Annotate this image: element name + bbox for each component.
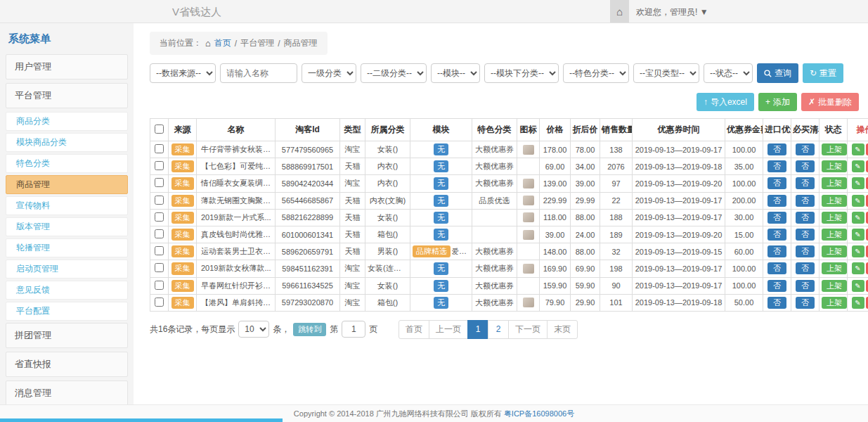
row-checkbox[interactable] (155, 246, 164, 255)
sidebar-item[interactable]: 特色分类 (6, 154, 128, 173)
breadcrumb-home-link[interactable]: 首页 (214, 37, 231, 49)
must-buy-toggle[interactable]: 否 (796, 229, 815, 241)
edit-icon[interactable]: ✎ (852, 297, 864, 309)
edit-icon[interactable]: ✎ (852, 262, 864, 274)
must-buy-toggle[interactable]: 否 (796, 245, 815, 257)
user-menu[interactable]: 欢迎您，管理员! ▼ (636, 6, 708, 18)
import-select-toggle[interactable]: 否 (767, 229, 786, 241)
delete-icon[interactable]: ✗ (866, 280, 868, 292)
row-checkbox[interactable] (155, 178, 164, 187)
sidebar-item[interactable]: 平台配置 (6, 302, 128, 321)
row-checkbox[interactable] (155, 263, 164, 272)
name-search-input[interactable] (220, 63, 297, 83)
edit-icon[interactable]: ✎ (852, 143, 864, 155)
row-checkbox[interactable] (155, 144, 164, 153)
sidebar-item[interactable]: 省直快报 (6, 352, 128, 377)
delete-icon[interactable]: ✗ (866, 229, 868, 241)
filter-select[interactable]: --数据来源-- (150, 63, 216, 83)
row-checkbox[interactable] (155, 281, 164, 290)
row-checkbox[interactable] (155, 212, 164, 222)
row-checkbox[interactable] (155, 196, 164, 205)
jump-button[interactable]: 跳转到 (293, 323, 326, 336)
page-button[interactable]: 下一页 (508, 320, 548, 339)
must-buy-toggle[interactable]: 否 (796, 143, 815, 155)
import-select-toggle[interactable]: 否 (767, 195, 786, 207)
sidebar-item[interactable]: 用户管理 (6, 54, 128, 79)
filter-select[interactable]: --状态-- (704, 63, 753, 83)
page-button[interactable]: 末页 (547, 320, 578, 339)
filter-select[interactable]: --特色分类-- (563, 63, 629, 83)
select-all-checkbox[interactable] (155, 124, 164, 134)
import-select-toggle[interactable]: 否 (767, 177, 786, 189)
status-button[interactable]: 上架 (822, 297, 847, 309)
import-select-toggle[interactable]: 否 (767, 245, 786, 257)
sidebar-item[interactable]: 版本管理 (6, 217, 128, 236)
edit-icon[interactable]: ✎ (852, 195, 864, 207)
sidebar-item[interactable]: 商品分类 (6, 112, 128, 131)
import-excel-button[interactable]: ↑ 导入excel (697, 93, 754, 111)
edit-icon[interactable]: ✎ (852, 280, 864, 292)
sidebar-item[interactable]: 平台管理 (6, 83, 128, 108)
horizontal-scrollbar-thumb[interactable] (0, 418, 283, 422)
status-button[interactable]: 上架 (822, 262, 847, 274)
import-select-toggle[interactable]: 否 (767, 212, 786, 224)
edit-icon[interactable]: ✎ (852, 177, 864, 189)
page-button[interactable]: 上一页 (429, 320, 468, 339)
page-size-select[interactable]: 10 (238, 321, 269, 338)
filter-select[interactable]: --模块-- (431, 63, 480, 83)
import-select-toggle[interactable]: 否 (767, 160, 786, 172)
status-button[interactable]: 上架 (822, 229, 847, 241)
status-button[interactable]: 上架 (822, 195, 847, 207)
sidebar-item[interactable]: 启动页管理 (6, 260, 128, 279)
import-select-toggle[interactable]: 否 (767, 297, 786, 309)
delete-icon[interactable]: ✗ (866, 143, 868, 155)
page-number-input[interactable] (342, 321, 365, 338)
delete-icon[interactable]: ✗ (866, 212, 868, 224)
delete-icon[interactable]: ✗ (866, 177, 868, 189)
filter-select[interactable]: --宝贝类型-- (633, 63, 699, 83)
row-checkbox[interactable] (155, 229, 164, 238)
page-button[interactable]: 2 (488, 320, 509, 339)
must-buy-toggle[interactable]: 否 (796, 262, 815, 274)
edit-icon[interactable]: ✎ (852, 229, 864, 241)
filter-select[interactable]: --二级分类-- (361, 63, 427, 83)
row-checkbox[interactable] (155, 161, 164, 170)
must-buy-toggle[interactable]: 否 (796, 212, 815, 224)
must-buy-toggle[interactable]: 否 (796, 297, 815, 309)
must-buy-toggle[interactable]: 否 (796, 195, 815, 207)
sidebar-item[interactable]: 拼团管理 (6, 323, 128, 348)
page-button[interactable]: 1 (467, 320, 488, 339)
status-button[interactable]: 上架 (822, 177, 847, 189)
filter-select[interactable]: 一级分类 (302, 63, 356, 83)
sidebar-item[interactable]: 宣传物料 (6, 196, 128, 215)
sidebar-item[interactable]: 商品管理 (6, 175, 128, 194)
row-checkbox[interactable] (155, 298, 164, 307)
status-button[interactable]: 上架 (822, 143, 847, 155)
edit-icon[interactable]: ✎ (852, 160, 864, 172)
batch-delete-button[interactable]: ✗ 批量删除 (801, 93, 859, 111)
add-button[interactable]: + 添加 (758, 93, 797, 111)
delete-icon[interactable]: ✗ (866, 160, 868, 172)
delete-icon[interactable]: ✗ (866, 245, 868, 257)
sidebar-item[interactable]: 轮播管理 (6, 238, 128, 257)
icp-link[interactable]: 粤ICP备16098006号 (504, 409, 574, 419)
sidebar-item[interactable]: 意见反馈 (6, 281, 128, 300)
must-buy-toggle[interactable]: 否 (796, 177, 815, 189)
import-select-toggle[interactable]: 否 (767, 262, 786, 274)
sidebar-item[interactable]: 消息管理 (6, 381, 128, 404)
must-buy-toggle[interactable]: 否 (796, 160, 815, 172)
search-button[interactable]: 查询 (757, 63, 798, 83)
reset-button[interactable]: ↻ 重置 (803, 63, 843, 83)
home-icon[interactable]: ⌂ (610, 0, 629, 23)
delete-icon[interactable]: ✗ (866, 262, 868, 274)
import-select-toggle[interactable]: 否 (767, 143, 786, 155)
must-buy-toggle[interactable]: 否 (796, 280, 815, 292)
delete-icon[interactable]: ✗ (866, 195, 868, 207)
page-button[interactable]: 首页 (399, 320, 429, 339)
status-button[interactable]: 上架 (822, 212, 847, 224)
status-button[interactable]: 上架 (822, 245, 847, 257)
edit-icon[interactable]: ✎ (852, 212, 864, 224)
delete-icon[interactable]: ✗ (866, 297, 868, 309)
status-button[interactable]: 上架 (822, 280, 847, 292)
sidebar-item[interactable]: 模块商品分类 (6, 133, 128, 152)
